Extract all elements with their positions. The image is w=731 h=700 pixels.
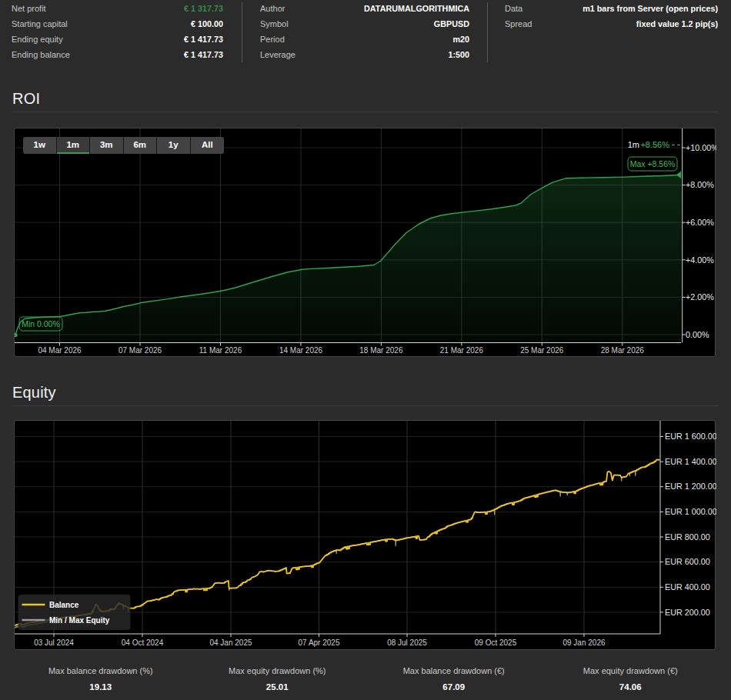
svg-text:14 Mar 2026: 14 Mar 2026 (279, 346, 323, 355)
svg-text:+8.00%: +8.00% (686, 180, 714, 189)
svg-text:11 Mar 2026: 11 Mar 2026 (199, 346, 242, 355)
svg-text:Max +8.56%: Max +8.56% (630, 159, 676, 168)
svg-text:EUR 1 600.00: EUR 1 600.00 (665, 432, 716, 441)
svg-text:07 Apr 2025: 07 Apr 2025 (299, 638, 340, 647)
svg-text:EUR 600.00: EUR 600.00 (665, 557, 710, 566)
svg-text:28 Mar 2026: 28 Mar 2026 (601, 346, 645, 355)
svg-text:09 Oct 2025: 09 Oct 2025 (475, 638, 517, 647)
svg-text:18 Mar 2026: 18 Mar 2026 (359, 346, 403, 355)
svg-text:04 Oct 2024: 04 Oct 2024 (122, 638, 164, 647)
svg-text:+6.00%: +6.00% (686, 218, 714, 227)
svg-text:EUR 1 000.00: EUR 1 000.00 (665, 507, 716, 516)
svg-text:+4.00%: +4.00% (686, 255, 714, 265)
svg-text:21 Mar 2026: 21 Mar 2026 (440, 346, 484, 355)
svg-text:Min / Max Equity: Min / Max Equity (49, 616, 110, 625)
svg-text:EUR 1 200.00: EUR 1 200.00 (665, 482, 716, 491)
svg-text:+10.00%: +10.00% (686, 143, 716, 152)
svg-text:0.00%: 0.00% (686, 330, 709, 339)
svg-text:07 Mar 2026: 07 Mar 2026 (118, 346, 162, 355)
svg-text:25 Mar 2026: 25 Mar 2026 (520, 346, 564, 355)
svg-text:04 Jan 2025: 04 Jan 2025 (209, 638, 252, 647)
svg-text:03 Jul 2024: 03 Jul 2024 (34, 638, 74, 647)
svg-text:1m: 1m (628, 140, 639, 149)
svg-text:04 Mar 2026: 04 Mar 2026 (38, 346, 82, 355)
svg-text:+2.00%: +2.00% (686, 292, 714, 302)
svg-text:+8.56%: +8.56% (640, 140, 669, 149)
svg-text:EUR 800.00: EUR 800.00 (665, 532, 710, 542)
svg-text:EUR 400.00: EUR 400.00 (665, 582, 710, 592)
svg-text:EUR 200.00: EUR 200.00 (665, 608, 710, 617)
svg-text:Balance: Balance (49, 601, 79, 609)
svg-text:Min 0.00%: Min 0.00% (22, 319, 60, 328)
svg-text:EUR 1 400.00: EUR 1 400.00 (665, 457, 716, 466)
svg-text:09 Jan 2026: 09 Jan 2026 (562, 638, 605, 647)
svg-text:08 Jul 2025: 08 Jul 2025 (387, 638, 427, 647)
